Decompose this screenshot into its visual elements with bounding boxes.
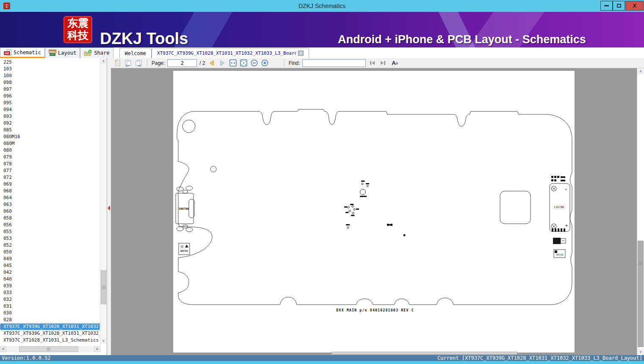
list-item[interactable]: 033 (0, 289, 100, 296)
minimize-button[interactable] (600, 1, 613, 11)
list-item[interactable]: 069 (0, 181, 100, 188)
list-item[interactable]: 085 (0, 127, 100, 133)
tab-schematic[interactable]: PDF Schematic (0, 47, 45, 58)
list-item[interactable]: 031 (0, 303, 100, 310)
page-label: Page: (152, 60, 165, 66)
list-item[interactable]: 079 (0, 154, 100, 161)
list-item[interactable]: 100 (0, 72, 100, 79)
list-item[interactable]: XT937C_XT939G_XT1028_XT1031_XT1032_XT1 (0, 323, 100, 330)
find-input[interactable] (302, 59, 366, 67)
multi-page-button[interactable] (124, 59, 132, 67)
tab-layout[interactable]: PADS Layout (45, 47, 80, 58)
list-item[interactable]: 103 (0, 66, 100, 72)
viewer-hscroll-thumb[interactable] (332, 352, 517, 355)
list-item[interactable]: 093 (0, 113, 100, 120)
list-item[interactable]: 092 (0, 120, 100, 127)
close-button[interactable]: X (625, 1, 644, 11)
tab-close-icon[interactable]: x (298, 50, 304, 56)
list-item[interactable]: 095 (0, 100, 100, 106)
tab-share[interactable]: + Share (80, 47, 113, 58)
fit-width-button[interactable] (229, 59, 237, 67)
sidebar-vertical-scrollbar[interactable]: ∧ ∨ (100, 58, 107, 344)
list-item[interactable]: 045 (0, 262, 100, 269)
list-item[interactable]: 080M (0, 140, 100, 147)
list-item[interactable]: 077 (0, 167, 100, 174)
scroll-down-icon[interactable]: ∨ (100, 338, 107, 344)
zoom-out-icon (251, 59, 258, 67)
list-item[interactable]: 028 (0, 317, 100, 323)
viewer-vertical-scrollbar[interactable]: ∧ ∨ (637, 68, 644, 355)
list-item[interactable]: 052 (0, 242, 100, 249)
list-item[interactable]: 030 (0, 310, 100, 317)
viewer-vscroll-thumb[interactable] (638, 241, 644, 347)
find-previous-button[interactable] (368, 59, 376, 67)
scroll-up-icon[interactable]: ∧ (100, 58, 107, 64)
scroll-left-icon[interactable]: < (0, 346, 6, 352)
tab-document[interactable]: XT937C_XT939G_XT1028_XT1031_XT1032_XT103… (152, 48, 309, 58)
svg-text:PDF: PDF (5, 52, 9, 55)
page-icon (114, 59, 121, 67)
splitter-collapse-icon[interactable] (108, 206, 110, 211)
scroll-right-icon[interactable]: > (94, 346, 100, 352)
list-item[interactable]: 225 (0, 59, 100, 66)
next-page-button[interactable] (218, 59, 227, 67)
list-item[interactable]: 068 (0, 188, 100, 195)
sidebar-horizontal-scrollbar[interactable]: < > (0, 346, 100, 352)
list-item[interactable]: 055 (0, 228, 100, 235)
zoom-in-button[interactable] (261, 59, 269, 67)
list-item[interactable]: 056 (0, 222, 100, 228)
board-title: DVX MAIN p/n 84016281003 REV C (336, 308, 414, 312)
tab-welcome[interactable]: Welcome (119, 48, 152, 58)
multi-page-alt-button[interactable] (135, 59, 143, 67)
list-item[interactable]: 080 (0, 147, 100, 154)
list-item[interactable]: 064 (0, 195, 100, 201)
page-number-input[interactable] (167, 59, 197, 67)
tab-bar: PDF Schematic PADS Layout + Share We (0, 47, 644, 58)
speaker-label: LS5790 (554, 206, 564, 209)
fit-width-icon (229, 59, 237, 67)
page-template-button[interactable] (113, 59, 122, 67)
list-item[interactable]: 098 (0, 79, 100, 86)
list-item[interactable]: 042 (0, 269, 100, 276)
list-item[interactable]: 058 (0, 215, 100, 222)
list-item[interactable]: 032 (0, 296, 100, 303)
list-item[interactable]: XT937C_XT939G_XT1028_XT1031_XT1032_XT1 (0, 330, 100, 337)
list-item[interactable]: 078 (0, 161, 100, 167)
viewer-scroll-up-icon[interactable]: ∧ (637, 68, 644, 75)
fit-page-icon (240, 59, 247, 67)
panel-splitter[interactable] (107, 58, 111, 355)
pages-copy-icon (124, 59, 132, 67)
list-item[interactable]: 050 (0, 249, 100, 256)
match-case-button[interactable]: Aa (390, 59, 400, 67)
schematic-list-panel: 225103100098097096095094093092085080M160… (0, 58, 107, 355)
list-item[interactable]: 097 (0, 86, 100, 93)
list-item[interactable]: 096 (0, 93, 100, 100)
list-item[interactable]: 094 (0, 106, 100, 113)
maximize-button[interactable] (613, 1, 625, 11)
sidebar-hscroll-thumb[interactable] (19, 346, 78, 352)
status-bar: Version:1.0.0.52 Current [XT937C_XT939G_… (0, 355, 644, 361)
list-item[interactable]: 060 (0, 208, 100, 215)
pages-switch-icon (135, 59, 142, 67)
list-item[interactable]: 063 (0, 201, 100, 208)
zoom-out-button[interactable] (250, 59, 258, 67)
list-item[interactable]: 072 (0, 174, 100, 181)
board-viewer[interactable]: SH9700 WK5702 LS5790 + U9720 DVX MAIN p/… (111, 68, 644, 355)
list-item[interactable]: 080M16 (0, 133, 100, 140)
find-previous-icon (369, 60, 376, 66)
list-item[interactable]: 039 (0, 283, 100, 289)
find-label: Find: (289, 60, 300, 66)
company-logo: 东震 科技 (64, 16, 92, 43)
sidebar-vscroll-thumb[interactable] (101, 270, 106, 304)
previous-page-button[interactable] (208, 59, 216, 67)
list-item[interactable]: XT937C_XT1028_XT1031_L3_Schematics (0, 337, 100, 344)
list-item[interactable]: 049 (0, 256, 100, 262)
svg-text:+: + (89, 50, 91, 53)
list-item[interactable]: 053 (0, 235, 100, 242)
connector-label: SH9700 (179, 207, 189, 211)
viewer-scroll-down-icon[interactable]: ∨ (637, 349, 644, 355)
fit-page-button[interactable] (240, 59, 248, 67)
list-item[interactable]: 040 (0, 276, 100, 283)
current-document-text: Current [XT937C_XT939G_XT1028_XT1031_XT1… (437, 355, 642, 361)
find-next-button[interactable] (379, 59, 387, 67)
